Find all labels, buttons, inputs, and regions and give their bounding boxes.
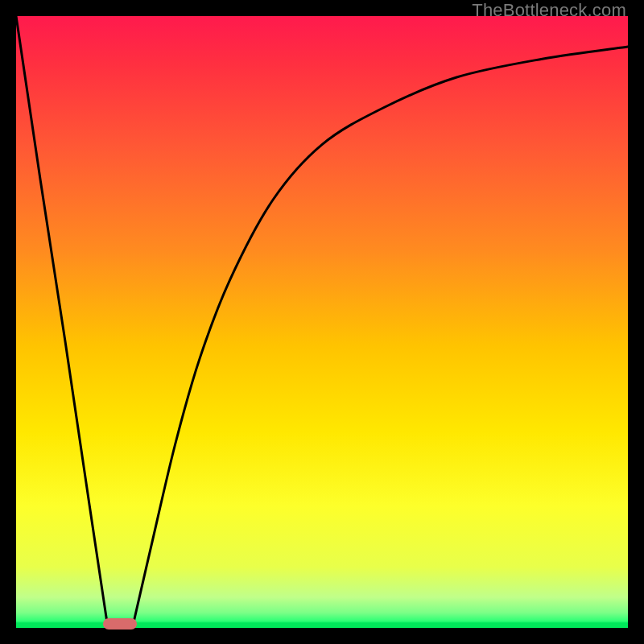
curve-right-branch [132, 47, 628, 628]
curve-left-branch [16, 16, 108, 628]
outer-frame: TheBottleneck.com [0, 0, 644, 644]
bottleneck-curve [16, 16, 628, 628]
optimal-marker-pill [103, 618, 137, 630]
